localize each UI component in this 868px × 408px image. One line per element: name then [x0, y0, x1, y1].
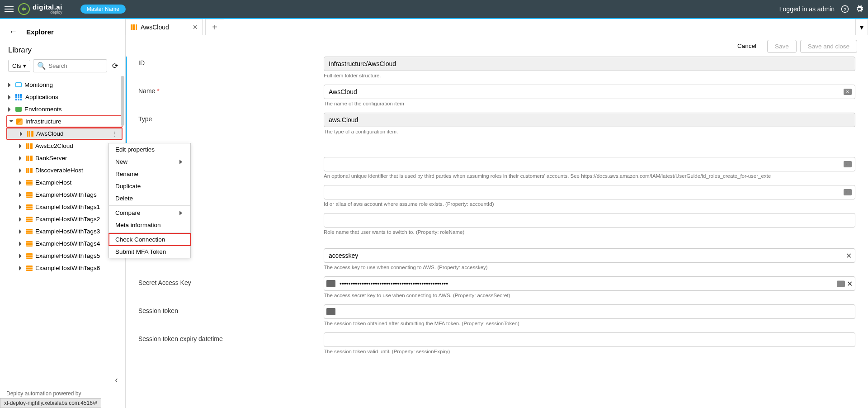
apps-icon [15, 94, 23, 100]
collapse-icon[interactable]: ‹ [108, 371, 125, 389]
ellipsis-icon[interactable]: ⋯ [844, 161, 852, 167]
help-id: Full item folder structure. [324, 73, 855, 78]
label-sak: Secret Access Key [138, 276, 324, 298]
back-icon[interactable]: ← [9, 27, 17, 37]
close-icon[interactable]: × [193, 23, 198, 32]
bars-icon [131, 24, 137, 30]
form: ID Full item folder structure. Name * ✕ … [126, 57, 868, 408]
logged-in-text: Logged in as admin [779, 5, 835, 13]
search-box[interactable]: 🔍 [33, 59, 108, 72]
clear-icon[interactable]: ✕ [847, 280, 853, 288]
master-badge[interactable]: Master Name [80, 5, 126, 14]
logo-icon [18, 3, 30, 15]
explorer-title: Explorer [26, 28, 54, 36]
gear-icon[interactable] [855, 5, 863, 13]
ctx-new[interactable]: New [109, 156, 190, 168]
tree-item[interactable]: ExampleHostWithTags4 [6, 237, 123, 250]
menu-icon[interactable] [5, 5, 14, 14]
brand-name: digital.ai [33, 4, 62, 10]
ctx-compare[interactable]: Compare [109, 207, 190, 219]
keyboard-icon[interactable] [326, 280, 335, 287]
help-name: The name of the configuration item [324, 101, 855, 106]
tree-item[interactable]: ExampleHostWithTags6 [6, 262, 123, 274]
status-text: xl-deploy-nightly.xebialabs.com:4516/# [4, 400, 97, 406]
ctx-check-connection[interactable]: Check Connection [108, 233, 191, 246]
help-icon[interactable]: ? [841, 5, 849, 13]
input-access-key[interactable] [324, 248, 855, 263]
keyboard-icon[interactable] [326, 308, 335, 315]
tree-item[interactable]: ExampleHostWithTags3 [6, 225, 123, 237]
label-id: ID [138, 57, 324, 78]
ellipsis-icon[interactable]: ⋯ [844, 189, 852, 195]
tree-item[interactable]: ExampleHost [6, 176, 123, 189]
ctx-edit[interactable]: Edit properties [109, 143, 190, 156]
rename-clear-icon[interactable]: ✕ [844, 89, 852, 95]
stack-icon [26, 266, 33, 271]
ctx-duplicate[interactable]: Duplicate [109, 180, 190, 192]
help-ste: The session token valid until. (Property… [324, 349, 855, 354]
tree-label: AwsCloud [36, 130, 64, 137]
tree-item[interactable]: AwsEc2Cloud [6, 140, 123, 152]
ctx-delete[interactable]: Delete [109, 192, 190, 204]
input-account-id[interactable] [324, 185, 855, 199]
monitor-icon [15, 82, 22, 87]
search-input[interactable] [49, 62, 104, 69]
tree-item[interactable]: BankServer [6, 152, 123, 164]
ctx-meta[interactable]: Meta information [109, 219, 190, 231]
tree-infrastructure[interactable]: Infrastructure [6, 115, 123, 128]
ellipsis-icon[interactable] [837, 280, 845, 287]
tree-label: ExampleHostWithTags6 [35, 265, 100, 271]
tab-awscloud[interactable]: AwsCloud × [126, 19, 203, 35]
input-session-token[interactable] [324, 304, 855, 319]
tree-item[interactable]: ExampleHostWithTags5 [6, 250, 123, 262]
ctx-label: New [115, 158, 127, 165]
tab-dropdown-icon[interactable]: ▾ [855, 19, 868, 35]
tree-label: ExampleHostWithTags1 [35, 204, 100, 210]
refresh-icon[interactable]: ⟳ [110, 61, 120, 71]
input-type [324, 113, 855, 127]
tree-label: ExampleHostWithTags5 [35, 252, 100, 259]
ctx-rename[interactable]: Rename [109, 168, 190, 180]
tree-label: AwsEc2Cloud [35, 142, 73, 149]
tree-item[interactable]: ExampleHostWithTags2 [6, 213, 123, 225]
tree-item[interactable]: DiscoverableHost [6, 164, 123, 176]
add-tab-button[interactable]: + [205, 19, 224, 35]
tree-applications[interactable]: Applications [6, 91, 123, 103]
tree-label: Infrastructure [25, 118, 61, 125]
input-role-name[interactable] [324, 213, 855, 228]
status-bar: xl-deploy-nightly.xebialabs.com:4516/# [0, 398, 101, 408]
bars-icon [27, 131, 33, 137]
input-name[interactable] [324, 85, 855, 99]
tree-monitoring[interactable]: Monitoring [6, 79, 123, 91]
cis-label: CIs [12, 62, 21, 69]
cis-filter-button[interactable]: CIs ▾ [8, 60, 30, 72]
bars-icon [26, 168, 33, 173]
tree-item[interactable]: ExampleHostWithTags1 [6, 201, 123, 213]
input-secret-key[interactable] [324, 276, 855, 291]
cube-icon [16, 119, 23, 125]
cancel-button[interactable]: Cancel [730, 40, 764, 53]
bars-icon [26, 143, 33, 149]
tree-item-awscloud[interactable]: AwsCloud⋮ [6, 128, 123, 140]
scrollbar[interactable] [121, 76, 124, 126]
label-st: Session token [138, 304, 324, 326]
tree-label: ExampleHostWithTags4 [35, 240, 100, 247]
input-session-expiry[interactable] [324, 332, 855, 347]
ctx-mfa[interactable]: Submit MFA Token [109, 246, 190, 258]
save-close-button[interactable]: Save and close [800, 40, 857, 53]
label-ste: Session token expiry datetime [138, 332, 324, 354]
tree: Monitoring Applications Environments Inf… [0, 76, 125, 371]
env-icon [15, 107, 22, 112]
search-icon: 🔍 [37, 62, 46, 70]
help-role: Role name that user wants to switch to. … [324, 229, 855, 235]
tree-label: ExampleHostWithTags3 [35, 228, 100, 235]
tree-label: BankServer [35, 155, 67, 161]
kebab-icon[interactable]: ⋮ [112, 130, 118, 138]
tree-environments[interactable]: Environments [6, 103, 123, 115]
clear-icon[interactable]: ✕ [846, 251, 852, 260]
input-external-id[interactable] [324, 157, 855, 171]
save-button[interactable]: Save [767, 40, 797, 53]
stack-icon [26, 241, 33, 247]
tree-item[interactable]: ExampleHostWithTags [6, 189, 123, 201]
tree-label: Environments [24, 106, 62, 113]
